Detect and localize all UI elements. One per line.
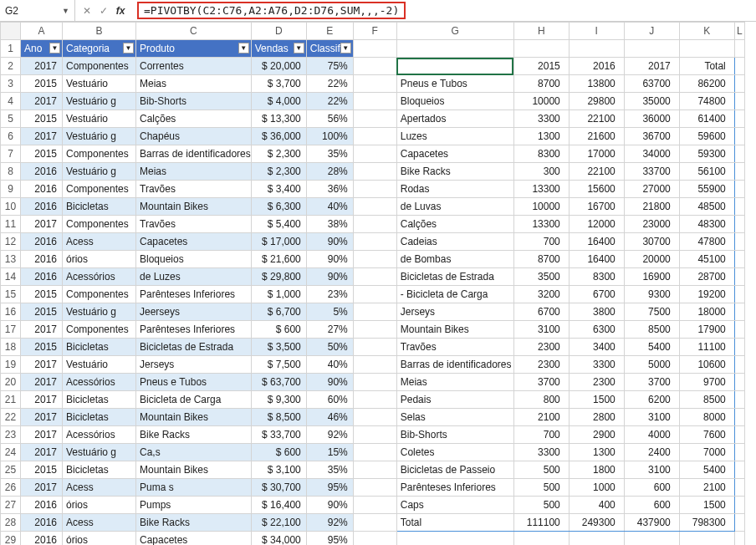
cell-E1[interactable]: Classific▼ [306,40,353,58]
cell-A17[interactable]: 2017 [21,321,63,339]
cell-G18[interactable]: Travões [396,339,513,356]
cell-I29[interactable] [569,532,624,546]
cell-H17[interactable]: 3100 [513,321,569,339]
cell-B17[interactable]: Componentes [63,321,136,339]
cell-F28[interactable] [353,514,396,532]
cell-J28[interactable]: 437900 [624,514,679,532]
row-header-28[interactable]: 28 [1,514,21,532]
cell-C29[interactable]: Capacetes [136,532,252,546]
cell-L26[interactable] [734,479,744,497]
cell-F17[interactable] [353,321,396,339]
cell-I26[interactable]: 1000 [569,479,624,497]
cell-E9[interactable]: 36% [306,181,353,198]
cell-C1[interactable]: Produto▼ [136,40,252,58]
cell-A11[interactable]: 2017 [21,216,63,233]
row-header-12[interactable]: 12 [1,233,21,251]
cell-C24[interactable]: Ca,s [136,444,252,461]
row-header-21[interactable]: 21 [1,391,21,409]
cell-C20[interactable]: Pneus e Tubos [136,374,252,391]
cell-J7[interactable]: 34000 [624,145,679,163]
row-header-1[interactable]: 1 [1,40,21,58]
cell-D9[interactable]: $ 3,400 [251,181,306,198]
cell-C4[interactable]: Bib-Shorts [136,93,252,110]
cell-L10[interactable] [734,198,744,216]
cell-A21[interactable]: 2017 [21,391,63,409]
cell-J17[interactable]: 8500 [624,321,679,339]
cell-C15[interactable]: Parênteses Inferiores [136,286,252,303]
cell-J18[interactable]: 5400 [624,339,679,356]
cell-B28[interactable]: Acess [63,514,136,532]
cell-D17[interactable]: $ 600 [251,321,306,339]
cell-D1[interactable]: Vendas▼ [251,40,306,58]
cell-D20[interactable]: $ 63,700 [251,374,306,391]
cell-K13[interactable]: 45100 [679,251,734,268]
row-header-19[interactable]: 19 [1,356,21,374]
cell-J2[interactable]: 2017 [624,58,679,75]
cell-J6[interactable]: 36700 [624,128,679,145]
cell-L13[interactable] [734,251,744,268]
cancel-x-icon[interactable]: ✕ [80,5,94,17]
cell-B14[interactable]: Acessórios [63,268,136,286]
cell-L23[interactable] [734,426,744,444]
col-header-B[interactable]: B [63,23,136,40]
cell-A12[interactable]: 2016 [21,233,63,251]
row-header-25[interactable]: 25 [1,461,21,479]
cell-H20[interactable]: 3700 [513,374,569,391]
cell-C10[interactable]: Mountain Bikes [136,198,252,216]
cell-G12[interactable]: Cadeias [396,233,513,251]
cell-F8[interactable] [353,163,396,181]
cell-J26[interactable]: 600 [624,479,679,497]
cell-G7[interactable]: Capacetes [396,145,513,163]
cell-K22[interactable]: 8000 [679,409,734,426]
cell-E6[interactable]: 100% [306,128,353,145]
filter-dropdown-icon[interactable]: ▼ [294,43,304,53]
cell-E20[interactable]: 90% [306,374,353,391]
cell-G15[interactable]: - Bicicleta de Carga [396,286,513,303]
cell-K3[interactable]: 86200 [679,75,734,93]
cell-D4[interactable]: $ 4,000 [251,93,306,110]
cell-J12[interactable]: 30700 [624,233,679,251]
cell-G28[interactable]: Total [396,514,513,532]
cell-I11[interactable]: 12000 [569,216,624,233]
cell-H7[interactable]: 8300 [513,145,569,163]
row-header-24[interactable]: 24 [1,444,21,461]
cell-D14[interactable]: $ 29,800 [251,268,306,286]
cell-C9[interactable]: Travões [136,181,252,198]
cell-B7[interactable]: Componentes [63,145,136,163]
cell-H12[interactable]: 700 [513,233,569,251]
cell-A14[interactable]: 2016 [21,268,63,286]
cell-K24[interactable]: 7000 [679,444,734,461]
col-header-E[interactable]: E [306,23,353,40]
cell-F7[interactable] [353,145,396,163]
row-header-5[interactable]: 5 [1,110,21,128]
col-header-J[interactable]: J [624,23,679,40]
cell-G24[interactable]: Coletes [396,444,513,461]
cell-J25[interactable]: 3100 [624,461,679,479]
cell-K16[interactable]: 18000 [679,303,734,321]
cell-I19[interactable]: 3300 [569,356,624,374]
formula-input-wrap[interactable]: =PIVOTBY(C2:C76,A2:A76,D2:D76,SUM,,,-2) [132,0,756,21]
cell-F10[interactable] [353,198,396,216]
cell-H27[interactable]: 500 [513,497,569,514]
cell-D7[interactable]: $ 2,300 [251,145,306,163]
cell-L25[interactable] [734,461,744,479]
cell-D2[interactable]: $ 20,000 [251,58,306,75]
cell-F9[interactable] [353,181,396,198]
cell-A18[interactable]: 2015 [21,339,63,356]
cell-H26[interactable]: 500 [513,479,569,497]
col-header-K[interactable]: K [679,23,734,40]
cell-G2[interactable] [396,58,513,75]
cell-L11[interactable] [734,216,744,233]
cell-A7[interactable]: 2015 [21,145,63,163]
cell-G14[interactable]: Bicicletas de Estrada [396,268,513,286]
cell-J21[interactable]: 6200 [624,391,679,409]
cell-B20[interactable]: Acessórios [63,374,136,391]
cell-L5[interactable] [734,110,744,128]
cell-I9[interactable]: 15600 [569,181,624,198]
cell-K11[interactable]: 48300 [679,216,734,233]
cell-L18[interactable] [734,339,744,356]
cell-L2[interactable] [734,58,744,75]
cell-C6[interactable]: Chapéus [136,128,252,145]
cell-G13[interactable]: de Bombas [396,251,513,268]
cell-H28[interactable]: 111100 [513,514,569,532]
